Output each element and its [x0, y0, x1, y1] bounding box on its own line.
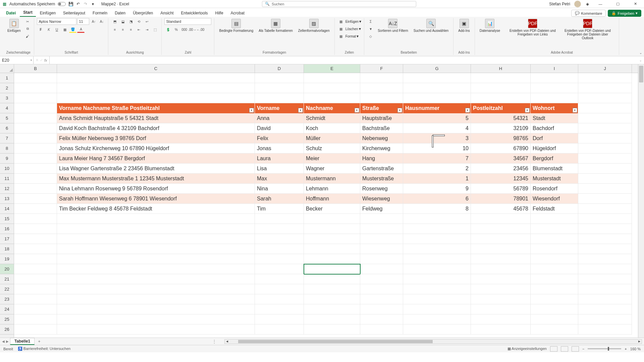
cell-B11[interactable]	[14, 174, 57, 184]
col-header-E[interactable]: E	[304, 64, 360, 73]
page-break-view-button[interactable]	[572, 346, 579, 352]
cell-F22[interactable]	[360, 284, 403, 294]
cell-B17[interactable]	[14, 234, 57, 244]
cell-B1[interactable]	[14, 73, 57, 83]
cell-F19[interactable]	[360, 254, 403, 264]
cell-I26[interactable]	[531, 324, 578, 335]
cell-C25[interactable]	[57, 314, 255, 324]
cell-F3[interactable]	[360, 93, 403, 103]
font-name-dropdown[interactable]: Aptos Narrow	[37, 18, 76, 25]
filter-button-G[interactable]: ▾	[465, 108, 470, 113]
cell-G21[interactable]	[403, 274, 471, 284]
cell-J26[interactable]	[578, 324, 632, 335]
cell-I10[interactable]: Blumenstadt	[531, 164, 578, 174]
ribbon-collapse-icon[interactable]: ⌄	[639, 51, 642, 55]
align-right-icon[interactable]: ≡	[127, 26, 135, 33]
cell-I6[interactable]: Bachdorf	[531, 123, 578, 133]
cell-J7[interactable]	[578, 133, 632, 143]
cell-B7[interactable]	[14, 133, 57, 143]
currency-icon[interactable]: 💲	[164, 26, 172, 33]
cell-G2[interactable]	[403, 83, 471, 93]
cell-G23[interactable]	[403, 294, 471, 304]
cell-E24[interactable]	[304, 304, 360, 314]
user-name[interactable]: Stefan Petri	[549, 2, 570, 6]
cell-G3[interactable]	[403, 93, 471, 103]
tab-home[interactable]: Start	[20, 9, 36, 17]
cell-F12[interactable]: Rosenweg	[360, 184, 403, 194]
accessibility-status[interactable]: ♿ Barrierefreiheit: Untersuchen	[18, 347, 71, 351]
tab-view[interactable]: Ansicht	[157, 9, 177, 17]
cell-G24[interactable]	[403, 304, 471, 314]
cut-icon[interactable]: ✂	[24, 18, 31, 25]
data-analysis-button[interactable]: 📊Datenanalyse	[478, 18, 502, 33]
cell-D6[interactable]: David	[255, 123, 304, 133]
cell-F26[interactable]	[360, 324, 403, 335]
fill-icon[interactable]: ▼	[367, 25, 374, 32]
cell-H15[interactable]	[471, 214, 531, 224]
cell-B14[interactable]	[14, 204, 57, 214]
cell-C14[interactable]: Tim Becker Feldweg 8 45678 Feldstadt	[57, 204, 255, 214]
diamond-icon[interactable]: ◈	[585, 2, 590, 6]
cell-B22[interactable]	[14, 284, 57, 294]
cell-G12[interactable]: 9	[403, 184, 471, 194]
cell-B24[interactable]	[14, 304, 57, 314]
comments-button[interactable]: 💬 Kommentare	[571, 10, 606, 17]
border-icon[interactable]: ▦	[61, 26, 68, 33]
search-box[interactable]: 🔍 Suchen	[262, 1, 416, 7]
cell-D5[interactable]: Anna	[255, 113, 304, 123]
col-header-I[interactable]: I	[531, 64, 578, 73]
cell-D8[interactable]: Jonas	[255, 143, 304, 154]
cell-G26[interactable]	[403, 324, 471, 335]
cell-F14[interactable]: Feldweg	[360, 204, 403, 214]
cell-E13[interactable]: Hoffmann	[304, 194, 360, 204]
font-size-dropdown[interactable]: 11	[77, 18, 89, 25]
cell-G20[interactable]	[403, 264, 471, 274]
cell-B23[interactable]	[14, 294, 57, 304]
cell-D4[interactable]: Vorname▾	[255, 103, 304, 113]
cell-E22[interactable]	[304, 284, 360, 294]
cell-F5[interactable]: Hauptstraße	[360, 113, 403, 123]
cell-I14[interactable]: Feldstadt	[531, 204, 578, 214]
cell-E18[interactable]	[304, 244, 360, 254]
cell-E15[interactable]	[304, 214, 360, 224]
cell-D18[interactable]	[255, 244, 304, 254]
cell-E23[interactable]	[304, 294, 360, 304]
copy-icon[interactable]: ⧉	[24, 25, 31, 32]
select-all-corner[interactable]	[0, 64, 14, 73]
cell-D19[interactable]	[255, 254, 304, 264]
expand-formula-icon[interactable]: ⌄	[637, 59, 644, 62]
underline-button[interactable]: U	[53, 26, 60, 33]
cell-D9[interactable]: Laura	[255, 154, 304, 164]
display-settings[interactable]: ▦ Anzeigeeinstellungen	[507, 347, 547, 351]
cell-J2[interactable]	[578, 83, 632, 93]
col-header-J[interactable]: J	[578, 64, 632, 73]
row-header-26[interactable]: 26	[0, 324, 14, 335]
cell-H7[interactable]: 98765	[471, 133, 531, 143]
hscroll-right-icon[interactable]: ▶	[637, 340, 642, 344]
cell-C20[interactable]	[57, 264, 255, 274]
cell-J16[interactable]	[578, 224, 632, 234]
cell-H13[interactable]: 78901	[471, 194, 531, 204]
col-header-F[interactable]: F	[360, 64, 403, 73]
cell-E1[interactable]	[304, 73, 360, 83]
format-as-table-button[interactable]: ▦Als Tabelle formatieren	[257, 18, 295, 33]
cell-J24[interactable]	[578, 304, 632, 314]
filter-button-H[interactable]: ▾	[525, 108, 530, 113]
cell-I24[interactable]	[531, 304, 578, 314]
cell-E11[interactable]: Mustermann	[304, 174, 360, 184]
cell-I21[interactable]	[531, 274, 578, 284]
cell-J20[interactable]	[578, 264, 632, 274]
cell-B9[interactable]	[14, 154, 57, 164]
row-header-16[interactable]: 16	[0, 224, 14, 234]
cell-H4[interactable]: Postleitzahl▾	[471, 103, 531, 113]
cell-I9[interactable]: Bergdorf	[531, 154, 578, 164]
cell-J8[interactable]	[578, 143, 632, 154]
cell-I13[interactable]: Wiesendorf	[531, 194, 578, 204]
cell-D23[interactable]	[255, 294, 304, 304]
cell-J12[interactable]	[578, 184, 632, 194]
align-middle-icon[interactable]: ⬓	[119, 18, 126, 25]
cell-B18[interactable]	[14, 244, 57, 254]
row-header-10[interactable]: 10	[0, 164, 14, 174]
cell-G14[interactable]: 8	[403, 204, 471, 214]
row-header-4[interactable]: 4	[0, 103, 14, 113]
